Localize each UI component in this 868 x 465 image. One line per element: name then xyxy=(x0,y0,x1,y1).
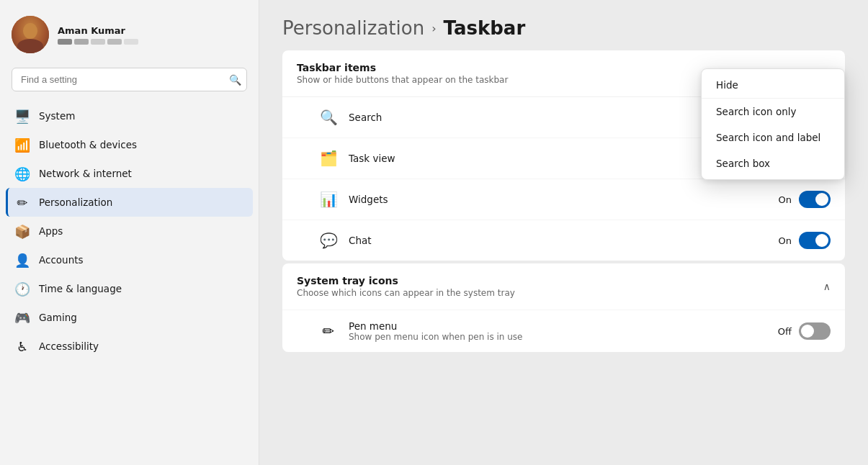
pen-info: Pen menu Show pen menu icon when pen is … xyxy=(349,320,522,342)
task-view-icon: 🗂️ xyxy=(318,148,339,168)
pen-menu-icon: ✏️ xyxy=(318,321,339,341)
dot xyxy=(74,39,89,45)
sidebar-item-label: Accounts xyxy=(39,254,84,266)
dropdown-item-search-icon-label[interactable]: Search icon and label xyxy=(702,125,844,150)
widgets-icon: 📊 xyxy=(318,189,339,209)
pen-menu-toggle[interactable] xyxy=(799,322,831,340)
widgets-row-right: On xyxy=(779,191,831,208)
dot xyxy=(91,39,105,45)
pen-menu-label: Pen menu xyxy=(349,320,522,332)
main-content: Personalization › Taskbar Taskbar items … xyxy=(259,0,868,465)
chat-status: On xyxy=(779,235,792,246)
pen-menu-row: ✏️ Pen menu Show pen menu icon when pen … xyxy=(282,310,845,352)
user-profile: Aman Kumar xyxy=(0,7,259,65)
sidebar: Aman Kumar 🔍 🖥️ System 📶 Bluetooth & dev… xyxy=(0,0,259,465)
user-name: Aman Kumar xyxy=(58,25,138,36)
system-tray-title: System tray icons xyxy=(297,275,515,286)
widgets-row: 📊 Widgets On xyxy=(282,179,845,220)
search-row-label: Search xyxy=(349,112,382,123)
widgets-row-left: 📊 Widgets xyxy=(318,189,388,209)
dropdown-item-hide[interactable]: Hide xyxy=(702,72,844,99)
system-tray-card: System tray icons Choose which icons can… xyxy=(282,263,845,352)
breadcrumb-current: Taskbar xyxy=(444,17,526,39)
chat-row: 💬 Chat On xyxy=(282,220,845,261)
bluetooth-icon: 📶 xyxy=(14,137,30,153)
dropdown-item-search-icon-only[interactable]: Search icon only xyxy=(702,99,844,125)
widgets-toggle[interactable] xyxy=(799,191,831,208)
widgets-label: Widgets xyxy=(349,194,388,205)
sidebar-item-accessibility[interactable]: ♿ Accessibility xyxy=(6,332,253,361)
gaming-icon: 🎮 xyxy=(14,310,30,325)
sidebar-item-label: Personalization xyxy=(39,197,112,208)
network-icon: 🌐 xyxy=(14,166,30,181)
personalization-icon: ✏️ xyxy=(14,194,30,210)
sidebar-item-apps[interactable]: 📦 Apps xyxy=(6,217,253,245)
taskbar-items-subtitle: Show or hide buttons that appear on the … xyxy=(297,75,508,85)
search-box-container: 🔍 xyxy=(12,68,247,91)
chat-toggle[interactable] xyxy=(799,232,831,249)
user-dots xyxy=(58,39,138,45)
user-info: Aman Kumar xyxy=(58,25,138,45)
sidebar-item-label: Time & language xyxy=(39,283,122,294)
chat-row-right: On xyxy=(779,232,831,249)
chat-icon: 💬 xyxy=(318,230,339,250)
widgets-status: On xyxy=(779,194,792,205)
avatar xyxy=(12,16,49,53)
dropdown-item-search-box[interactable]: Search box xyxy=(702,150,844,176)
task-view-label: Task view xyxy=(349,153,395,164)
taskbar-items-title: Taskbar items xyxy=(297,62,508,73)
chat-label: Chat xyxy=(349,235,372,246)
chat-row-left: 💬 Chat xyxy=(318,230,372,250)
system-tray-subtitle: Choose which icons can appear in the sys… xyxy=(297,288,515,298)
time-icon: 🕐 xyxy=(14,281,30,297)
sidebar-item-label: System xyxy=(39,110,75,122)
nav-list: 🖥️ System 📶 Bluetooth & devices 🌐 Networ… xyxy=(0,100,259,465)
sidebar-item-time[interactable]: 🕐 Time & language xyxy=(6,274,253,303)
chevron-up-icon: ∧ xyxy=(823,281,831,292)
sidebar-item-accounts[interactable]: 👤 Accounts xyxy=(6,245,253,274)
search-dropdown: Hide Search icon only Search icon and la… xyxy=(701,68,845,180)
breadcrumb-chevron: › xyxy=(431,22,436,35)
accessibility-icon: ♿ xyxy=(14,338,30,354)
sidebar-item-system[interactable]: 🖥️ System xyxy=(6,101,253,130)
sidebar-item-label: Network & internet xyxy=(39,168,132,179)
sidebar-item-label: Apps xyxy=(39,225,63,237)
pen-menu-row-left: ✏️ Pen menu Show pen menu icon when pen … xyxy=(318,320,522,342)
task-view-row-left: 🗂️ Task view xyxy=(318,148,395,168)
sidebar-item-label: Accessibility xyxy=(39,340,99,352)
sidebar-item-gaming[interactable]: 🎮 Gaming xyxy=(6,303,253,332)
taskbar-items-title-group: Taskbar items Show or hide buttons that … xyxy=(297,62,508,85)
dot xyxy=(107,39,122,45)
sidebar-item-label: Gaming xyxy=(39,312,77,323)
system-tray-title-group: System tray icons Choose which icons can… xyxy=(297,275,515,298)
search-icon-button[interactable]: 🔍 xyxy=(229,74,241,86)
dot xyxy=(124,39,138,45)
dot xyxy=(58,39,72,45)
accounts-icon: 👤 xyxy=(14,252,30,268)
system-icon: 🖥️ xyxy=(14,108,30,124)
pen-menu-description: Show pen menu icon when pen is in use xyxy=(349,332,522,342)
pen-menu-status: Off xyxy=(778,326,792,337)
sidebar-item-bluetooth[interactable]: 📶 Bluetooth & devices xyxy=(6,130,253,159)
search-row-left: 🔍 Search xyxy=(318,107,382,127)
apps-icon: 📦 xyxy=(14,223,30,239)
sidebar-item-network[interactable]: 🌐 Network & internet xyxy=(6,159,253,188)
breadcrumb-parent: Personalization xyxy=(282,17,424,39)
breadcrumb: Personalization › Taskbar xyxy=(259,0,868,50)
search-input[interactable] xyxy=(12,68,247,91)
search-row-icon: 🔍 xyxy=(318,107,339,127)
sidebar-item-label: Bluetooth & devices xyxy=(39,139,137,150)
sidebar-item-personalization[interactable]: ✏️ Personalization xyxy=(6,188,253,217)
pen-menu-row-right: Off xyxy=(778,322,831,340)
system-tray-header[interactable]: System tray icons Choose which icons can… xyxy=(282,263,845,310)
